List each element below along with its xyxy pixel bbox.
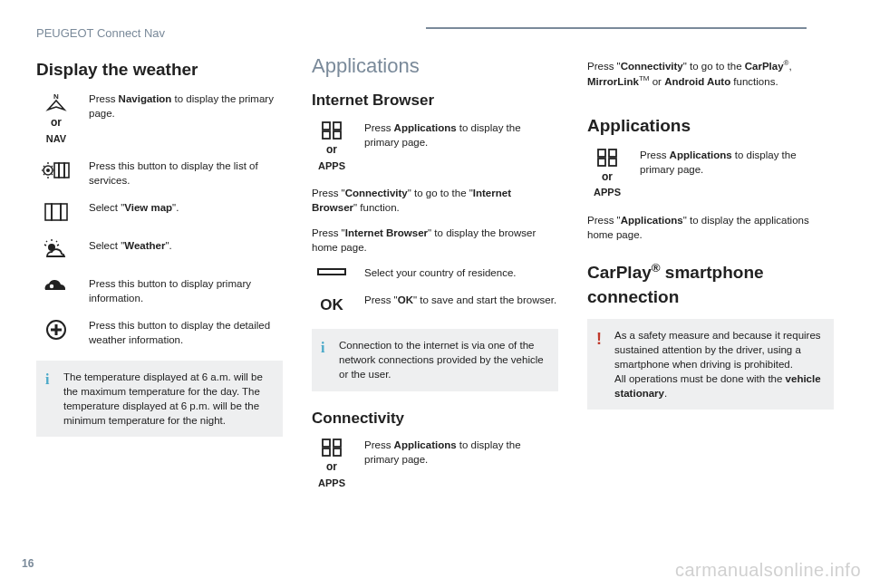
services-item: Press this button to display the list of…	[36, 159, 283, 188]
column-2: Applications Internet Browser or APPS Pr…	[312, 53, 558, 503]
apps-grid-icon: or APPS	[312, 438, 352, 490]
primary-info-text: Press this button to display primary inf…	[89, 276, 283, 305]
detailed-info-text: Press this button to display the detaile…	[89, 318, 283, 347]
weather-text: Select "Weather".	[89, 238, 283, 253]
internet-browser-heading: Internet Browser	[312, 90, 558, 111]
ok-text: Press "OK" to save and start the browser…	[364, 293, 558, 307]
plus-icon	[36, 318, 76, 343]
applications-section-title: Applications	[312, 53, 558, 81]
svg-rect-20	[334, 448, 341, 456]
apps-item-connectivity: or APPS Press Applications to display th…	[312, 438, 558, 490]
svg-rect-8	[61, 204, 67, 220]
weather-note: i The temperature displayed at 6 a.m. wi…	[36, 361, 283, 437]
detailed-info-item: Press this button to display the detaile…	[36, 318, 283, 347]
apps-item-text: Press Applications to display the primar…	[364, 120, 558, 149]
applications-heading: Applications	[587, 114, 834, 139]
weather-item: Select "Weather".	[36, 238, 283, 264]
browser-para-2: Press "Internet Browser" to display the …	[312, 226, 558, 255]
applications-para: Press "Applications" to display the appl…	[587, 213, 834, 242]
svg-text:N: N	[53, 92, 59, 101]
apps-item-col3: or APPS Press Applications to display th…	[587, 148, 834, 200]
header-rule	[426, 27, 807, 29]
primary-info-item: Press this button to display primary inf…	[36, 276, 283, 305]
svg-rect-6	[45, 204, 52, 220]
page: PEUGEOT Connect Nav Display the weather …	[0, 0, 870, 522]
connectivity-heading: Connectivity	[312, 408, 558, 429]
svg-rect-14	[323, 131, 330, 139]
svg-rect-7	[52, 204, 61, 220]
columns: Display the weather N or NAV Press Navig…	[36, 53, 834, 503]
svg-rect-4	[59, 163, 64, 178]
carplay-heading: CarPlay® smartphone connection	[587, 260, 834, 310]
country-text: Select your country of residence.	[364, 265, 558, 280]
services-text: Press this button to display the list of…	[89, 159, 283, 188]
warning-icon: !	[596, 328, 602, 351]
svg-rect-18	[334, 439, 341, 447]
svg-rect-24	[609, 159, 616, 166]
apps-item-browser: or APPS Press Applications to display th…	[312, 120, 558, 173]
navigation-icon: N or NAV	[36, 92, 76, 146]
internet-note: i Connection to the internet is via one …	[312, 329, 558, 390]
weather-heading: Display the weather	[36, 58, 283, 82]
nav-text: Press Navigation to display the primary …	[89, 92, 283, 120]
apps-item3-text: Press Applications to display the primar…	[640, 148, 834, 177]
svg-point-10	[50, 284, 53, 288]
svg-rect-5	[64, 163, 69, 178]
apps-grid-icon: or APPS	[312, 120, 352, 173]
svg-rect-13	[334, 122, 341, 130]
apps-item2-text: Press Applications to display the primar…	[364, 438, 558, 467]
apps-grid-icon: or APPS	[587, 148, 627, 200]
text-field-icon	[312, 265, 352, 280]
country-item: Select your country of residence.	[312, 265, 558, 280]
nav-item: N or NAV Press Navigation to display the…	[36, 92, 283, 146]
viewmap-text: Select "View map".	[89, 200, 283, 215]
svg-rect-21	[598, 149, 605, 157]
ok-icon: OK	[312, 293, 352, 316]
services-icon	[36, 159, 76, 184]
connectivity-top-para: Press "Connectivity" to go to the CarPla…	[587, 58, 834, 89]
ok-item: OK Press "OK" to save and start the brow…	[312, 293, 558, 316]
info-icon: i	[45, 370, 49, 390]
svg-rect-12	[323, 122, 330, 130]
svg-rect-19	[323, 448, 330, 456]
svg-rect-16	[318, 269, 345, 275]
svg-rect-17	[323, 439, 330, 447]
svg-rect-15	[334, 131, 341, 139]
svg-rect-23	[598, 159, 605, 166]
map-icon	[36, 200, 76, 226]
weather-icon	[36, 238, 76, 264]
safety-warning: ! As a safety measure and because it req…	[587, 319, 834, 410]
svg-point-2	[46, 169, 50, 172]
svg-rect-22	[609, 149, 616, 157]
cloud-icon	[36, 276, 76, 296]
info-icon: i	[321, 338, 324, 358]
column-3: Press "Connectivity" to go to the CarPla…	[587, 53, 834, 503]
page-number: 16	[22, 556, 34, 572]
viewmap-item: Select "View map".	[36, 200, 283, 226]
connectivity-para-1: Press "Connectivity" to go to the "Inter…	[312, 186, 558, 215]
watermark: carmanualsonline.info	[675, 557, 861, 583]
column-1: Display the weather N or NAV Press Navig…	[36, 53, 283, 503]
